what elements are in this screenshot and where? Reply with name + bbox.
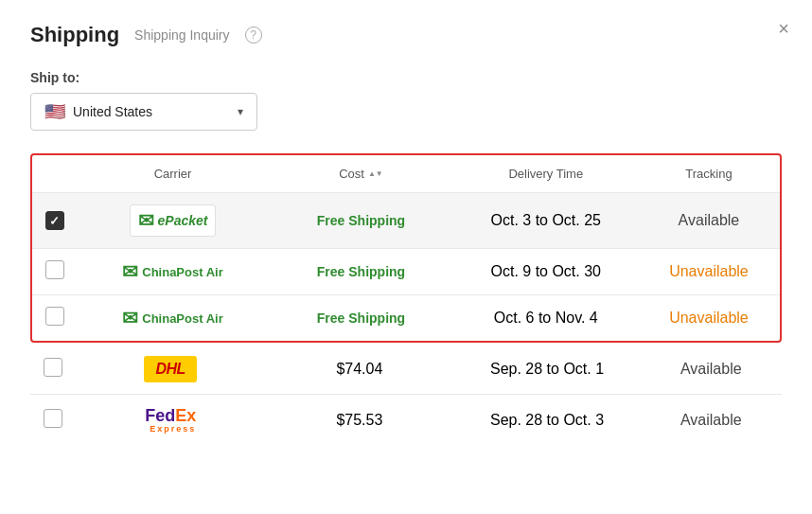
- chinapost-logo2: ✉ ChinaPost Air: [122, 307, 222, 329]
- dhl-logo: DHL: [144, 356, 196, 382]
- header-carrier: Carrier: [78, 155, 269, 193]
- tracking-cell: Available: [641, 345, 782, 395]
- table-row: ✉ ChinaPost Air Free Shipping Oct. 9 to …: [32, 249, 780, 295]
- header-delivery: Delivery Time: [454, 155, 638, 193]
- free-shipping-label: Free Shipping: [317, 213, 405, 228]
- modal-header: Shipping Shipping Inquiry ? ×: [30, 23, 782, 47]
- fedex-main-text: FedEx: [145, 406, 196, 426]
- table-row: ✉ ePacket Free Shipping Oct. 3 to Oct. 2…: [32, 193, 780, 249]
- tracking-cell: Unavailable: [638, 249, 780, 295]
- header-cost: Cost ▲▼: [268, 155, 453, 193]
- epacket-logo: ✉ ePacket: [130, 204, 217, 237]
- header-row: Carrier Cost ▲▼ Delivery Time Tracking: [32, 155, 780, 193]
- carrier-table: Carrier Cost ▲▼ Delivery Time Tracking: [32, 155, 780, 341]
- table-header: Carrier Cost ▲▼ Delivery Time Tracking: [32, 155, 780, 193]
- modal-title: Shipping: [30, 23, 119, 47]
- header-checkbox: [32, 155, 78, 193]
- country-name: United States: [73, 104, 230, 119]
- delivery-cell: Sep. 28 to Oct. 3: [453, 395, 640, 446]
- delivery-cell: Oct. 9 to Oct. 30: [454, 249, 638, 295]
- extra-carriers-table: DHL $74.04 Sep. 28 to Oct. 1 Available: [30, 345, 782, 445]
- fedex-express-text: Express: [150, 424, 196, 434]
- shipping-inquiry-link[interactable]: Shipping Inquiry: [134, 27, 229, 43]
- help-icon[interactable]: ?: [245, 27, 262, 44]
- dhl-text: DHL: [155, 361, 185, 378]
- extra-rows-body: DHL $74.04 Sep. 28 to Oct. 1 Available: [30, 345, 782, 445]
- free-shipping-label: Free Shipping: [317, 264, 405, 279]
- shipping-modal: Shipping Shipping Inquiry ? × Ship to: 🇺…: [0, 0, 812, 514]
- cost-cell: Free Shipping: [268, 249, 453, 295]
- table-row: ✉ ChinaPost Air Free Shipping Oct. 6 to …: [32, 295, 780, 342]
- carrier-cell: ✉ ChinaPost Air: [78, 249, 269, 295]
- country-selector[interactable]: 🇺🇸 United States ▾: [30, 93, 257, 131]
- delivery-cell: Oct. 6 to Nov. 4: [454, 295, 638, 342]
- checkbox-fedex[interactable]: [44, 409, 62, 428]
- delivery-cell: Sep. 28 to Oct. 1: [453, 345, 640, 395]
- header-tracking: Tracking: [638, 155, 780, 193]
- table-row: DHL $74.04 Sep. 28 to Oct. 1 Available: [30, 345, 782, 395]
- epacket-icon: ✉: [138, 209, 154, 232]
- close-button[interactable]: ×: [778, 19, 789, 38]
- red-rows-body: ✉ ePacket Free Shipping Oct. 3 to Oct. 2…: [32, 193, 780, 342]
- flag-icon: 🇺🇸: [44, 101, 65, 122]
- chinapost-icon: ✉: [122, 260, 138, 283]
- row-checkbox-cell[interactable]: [30, 345, 76, 395]
- cost-cell: $75.53: [265, 395, 453, 446]
- ship-to-label: Ship to:: [30, 70, 782, 85]
- carrier-cell: ✉ ChinaPost Air: [78, 295, 269, 342]
- checkbox-chinapost1[interactable]: [45, 260, 64, 279]
- chinapost-logo: ✉ ChinaPost Air: [122, 260, 222, 283]
- fedex-logo: FedEx Express: [145, 406, 196, 434]
- row-checkbox-cell[interactable]: [32, 193, 78, 249]
- chinapost-icon2: ✉: [122, 307, 138, 329]
- table-row: FedEx Express $75.53 Sep. 28 to Oct. 3 A…: [30, 395, 782, 446]
- carrier-cell: ✉ ePacket: [78, 193, 269, 249]
- delivery-cell: Oct. 3 to Oct. 25: [454, 193, 638, 249]
- row-checkbox-cell[interactable]: [30, 395, 76, 446]
- checkbox-dhl[interactable]: [44, 358, 62, 377]
- row-checkbox-cell[interactable]: [32, 295, 78, 342]
- checkbox-epacket[interactable]: [45, 211, 64, 230]
- checkbox-chinapost2[interactable]: [45, 307, 64, 326]
- cost-cell: Free Shipping: [268, 193, 453, 249]
- tracking-cell: Available: [638, 193, 780, 249]
- cost-cell: Free Shipping: [268, 295, 453, 342]
- chinapost-text: ChinaPost Air: [142, 265, 222, 279]
- epacket-text: ePacket: [158, 213, 208, 228]
- sort-icon[interactable]: ▲▼: [368, 170, 383, 178]
- red-bordered-carriers: Carrier Cost ▲▼ Delivery Time Tracking: [30, 153, 782, 343]
- chevron-down-icon: ▾: [238, 105, 243, 118]
- cost-cell: $74.04: [265, 345, 453, 395]
- free-shipping-label: Free Shipping: [317, 310, 405, 326]
- unavailable-label: Unavailable: [669, 263, 749, 279]
- tracking-cell: Available: [641, 395, 782, 446]
- carrier-cell: DHL: [76, 345, 265, 395]
- carrier-cell: FedEx Express: [76, 395, 265, 446]
- unavailable-label: Unavailable: [669, 310, 749, 326]
- tracking-cell: Unavailable: [638, 295, 780, 342]
- row-checkbox-cell[interactable]: [32, 249, 78, 295]
- chinapost-text2: ChinaPost Air: [142, 311, 222, 326]
